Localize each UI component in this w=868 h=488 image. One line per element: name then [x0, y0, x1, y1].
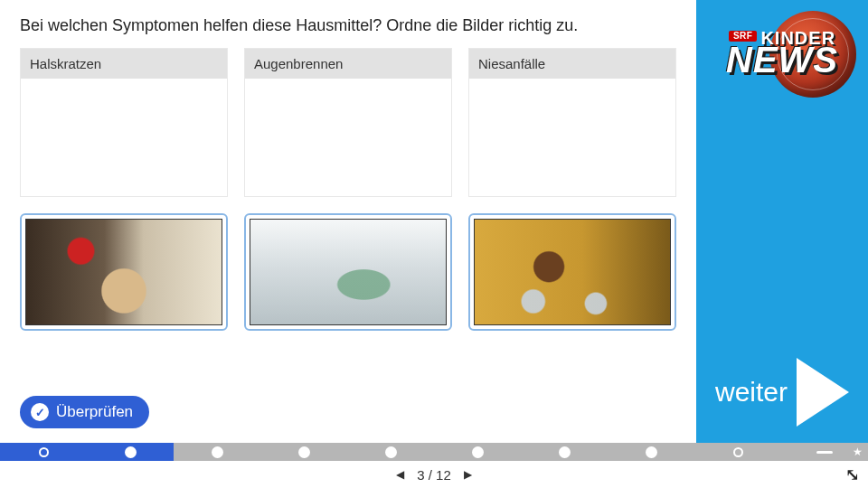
prev-page-button[interactable]: ◀: [396, 468, 404, 481]
star-icon: ★: [853, 446, 863, 458]
drop-slot-body[interactable]: [245, 79, 451, 196]
pager-separator: /: [425, 467, 437, 483]
fullscreen-toggle-icon[interactable]: ⤢: [843, 468, 863, 482]
main-panel: Bei welchen Symptomen helfen diese Hausm…: [0, 0, 696, 443]
dot-icon: [125, 446, 137, 458]
logo-line2: NEWS: [726, 44, 838, 75]
drop-slot[interactable]: Augenbrennen: [244, 48, 452, 197]
app-root: Bei welchen Symptomen helfen diese Hausm…: [0, 0, 868, 488]
progress-segment[interactable]: [347, 443, 434, 461]
drop-slot-label: Halskratzen: [21, 49, 227, 79]
drop-slot[interactable]: Halskratzen: [20, 48, 228, 197]
drop-slot-label: Augenbrennen: [245, 49, 451, 79]
drag-thumbnail: [250, 219, 447, 325]
drag-item[interactable]: [468, 213, 676, 331]
progress-segment[interactable]: [521, 443, 608, 461]
next-button[interactable]: weiter: [696, 358, 868, 427]
progress-segment[interactable]: ★: [781, 443, 868, 461]
progress-segment[interactable]: [694, 443, 781, 461]
next-label: weiter: [715, 377, 788, 408]
ring-icon: [39, 447, 49, 457]
pager-text: 3 / 12: [417, 467, 451, 483]
play-triangle-icon: [797, 358, 849, 427]
progress-segment[interactable]: [0, 443, 87, 461]
drop-slot-body[interactable]: [469, 79, 675, 196]
drop-slot[interactable]: Niesanfälle: [468, 48, 676, 197]
progress-segment[interactable]: [608, 443, 694, 461]
dot-icon: [472, 446, 484, 458]
drag-thumbnail: [474, 219, 671, 325]
dot-icon: [298, 446, 310, 458]
side-panel: SRFKINDER NEWS weiter: [696, 0, 868, 443]
check-circle-icon: ✓: [31, 403, 49, 421]
drag-row: [20, 213, 676, 331]
check-button[interactable]: ✓ Überprüfen: [20, 396, 149, 428]
ring-icon: [733, 447, 743, 457]
logo-text: SRFKINDER NEWS: [726, 31, 838, 75]
dot-icon: [212, 446, 223, 458]
progress-segment[interactable]: [434, 443, 521, 461]
drag-thumbnail: [25, 219, 222, 325]
drag-item[interactable]: [20, 213, 228, 331]
question-text: Bei welchen Symptomen helfen diese Hausm…: [20, 16, 676, 35]
drag-item[interactable]: [244, 213, 452, 331]
pager-bar: ◀ 3 / 12 ▶ ⤢: [0, 461, 868, 488]
next-page-button[interactable]: ▶: [464, 468, 472, 481]
check-button-label: Überprüfen: [56, 403, 133, 421]
dot-icon: [385, 446, 397, 458]
brand-logo: SRFKINDER NEWS: [703, 7, 862, 98]
pager-total: 12: [436, 467, 451, 483]
progress-segment[interactable]: [174, 443, 260, 461]
upper-region: Bei welchen Symptomen helfen diese Hausm…: [0, 0, 868, 443]
drop-slot-body[interactable]: [21, 79, 227, 196]
drop-slot-label: Niesanfälle: [469, 49, 675, 79]
dot-icon: [559, 446, 571, 458]
progress-bar: ★: [0, 443, 868, 461]
dash-icon: [816, 451, 833, 454]
pager-current: 3: [417, 467, 424, 483]
dot-icon: [646, 446, 657, 458]
progress-segment[interactable]: [260, 443, 347, 461]
progress-segment[interactable]: [87, 443, 174, 461]
drop-row: Halskratzen Augenbrennen Niesanfälle: [20, 48, 676, 197]
